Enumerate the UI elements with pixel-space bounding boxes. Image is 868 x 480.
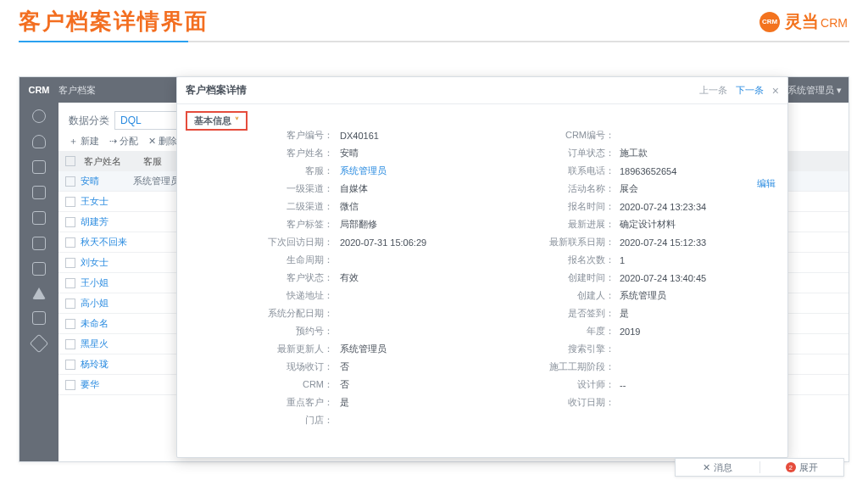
field-label2: 创建人： xyxy=(474,289,620,302)
app-logo: CRM xyxy=(19,85,58,95)
field-value2: 2019 xyxy=(620,327,787,337)
home2-icon[interactable] xyxy=(32,287,46,299)
field-label2: 订单状态： xyxy=(474,147,620,159)
checkbox[interactable] xyxy=(65,197,75,207)
cell-name[interactable]: 刘女士 xyxy=(81,256,133,269)
field-label: 一级渠道： xyxy=(177,182,338,195)
lock-icon[interactable] xyxy=(32,262,46,276)
field-label: 系统分配日期： xyxy=(177,307,338,320)
detail-row: CRM：否设计师：-- xyxy=(177,376,787,393)
cell-svc: 系统管理员 xyxy=(133,175,177,187)
detail-row: 系统分配日期：是否签到：是 xyxy=(177,304,787,322)
user-icon[interactable] xyxy=(32,135,46,148)
cell-name[interactable]: 秋天不回来 xyxy=(81,236,133,248)
new-button[interactable]: ＋ 新建 xyxy=(69,135,99,148)
field-label: CRM： xyxy=(177,378,338,391)
detail-row: 客户编号：DX40161CRM编号： xyxy=(177,126,787,144)
checkbox[interactable] xyxy=(65,360,75,370)
field-value2: 2020-07-24 15:12:33 xyxy=(620,237,787,248)
field-value2: 18963652654 xyxy=(620,166,787,176)
field-label2: 是否签到： xyxy=(474,307,620,320)
cell-name[interactable]: 王小姐 xyxy=(81,276,133,289)
next-button[interactable]: 下一条 xyxy=(736,84,764,97)
checkbox[interactable] xyxy=(65,299,75,309)
checkbox[interactable] xyxy=(65,237,75,248)
checkbox[interactable] xyxy=(65,176,75,187)
checkbox[interactable] xyxy=(65,380,75,390)
checkbox[interactable] xyxy=(65,339,75,349)
field-label2: 活动名称： xyxy=(474,182,620,195)
field-value: 微信 xyxy=(338,200,474,213)
close-icon[interactable]: × xyxy=(772,84,779,98)
field-label2: 设计师： xyxy=(474,378,620,391)
checkbox[interactable] xyxy=(65,258,75,268)
assign-button[interactable]: ⇢ 分配 xyxy=(109,135,138,148)
cell-name[interactable]: 未命名 xyxy=(81,317,133,330)
checkbox[interactable] xyxy=(65,278,75,288)
delete-button[interactable]: ✕ 删除 xyxy=(148,135,177,148)
field-label2: 报名次数： xyxy=(474,254,620,266)
field-value: 否 xyxy=(338,378,474,391)
brand-name: 灵当 xyxy=(785,12,819,31)
dock-bar[interactable]: ✕ 消息 2展开 xyxy=(675,458,844,477)
cell-name[interactable]: 胡建芳 xyxy=(81,215,133,228)
detail-modal: 客户档案详情 上一条 下一条 × 基本信息 编辑 客户编号：DX40161CRM… xyxy=(176,76,788,458)
checkbox[interactable] xyxy=(65,156,75,166)
dock-msg[interactable]: ✕ 消息 xyxy=(676,461,760,474)
cell-name[interactable]: 要华 xyxy=(81,378,133,391)
dock-expand[interactable]: 2展开 xyxy=(760,461,844,474)
badge: 2 xyxy=(786,462,796,472)
field-value2: 2020-07-24 13:40:45 xyxy=(620,273,787,283)
detail-row: 重点客户：是收订日期： xyxy=(177,393,787,411)
field-value: 是 xyxy=(338,396,474,409)
cell-name[interactable]: 黑星火 xyxy=(81,338,133,350)
field-label2: 收订日期： xyxy=(474,396,620,409)
modal-header: 客户档案详情 上一条 下一条 × xyxy=(177,77,787,104)
doc-icon[interactable] xyxy=(32,160,46,174)
brand-suffix: CRM xyxy=(821,16,848,30)
field-label: 现场收订： xyxy=(177,360,338,373)
folder-icon[interactable] xyxy=(32,186,46,199)
field-value2: -- xyxy=(620,380,787,390)
cell-name[interactable]: 高小姐 xyxy=(81,297,133,310)
field-value2: 1 xyxy=(620,255,787,265)
checkbox[interactable] xyxy=(65,319,75,329)
field-label: 重点客户： xyxy=(177,396,338,409)
phone-icon[interactable] xyxy=(32,311,46,325)
cell-name[interactable]: 安晴 xyxy=(81,175,133,187)
detail-row: 客户状态：有效创建时间：2020-07-24 13:40:45 xyxy=(177,269,787,287)
field-label: 客户姓名： xyxy=(177,147,338,159)
field-label2: 创建时间： xyxy=(474,271,620,284)
field-value: 否 xyxy=(338,360,474,373)
field-label2: 施工工期阶段： xyxy=(474,360,620,373)
chart-icon[interactable] xyxy=(32,211,46,225)
home-icon[interactable] xyxy=(32,109,46,123)
field-label: 生命周期： xyxy=(177,254,338,266)
field-value: 系统管理员 xyxy=(338,343,474,355)
field-value2: 是 xyxy=(620,307,787,320)
checkbox[interactable] xyxy=(65,217,75,227)
tool-icon[interactable] xyxy=(30,334,49,354)
th-name[interactable]: 客户姓名 xyxy=(81,155,140,168)
card-icon[interactable] xyxy=(32,237,46,250)
field-value: 有效 xyxy=(338,271,474,284)
cell-name[interactable]: 杨玲珑 xyxy=(81,358,133,371)
prev-button[interactable]: 上一条 xyxy=(699,84,727,97)
field-label: 客户编号： xyxy=(177,129,338,142)
breadcrumb[interactable]: 客户档案 xyxy=(58,84,96,97)
detail-row: 门店： xyxy=(177,411,787,429)
field-value: 安晴 xyxy=(338,147,474,159)
field-label: 快递地址： xyxy=(177,289,338,302)
field-value2: 2020-07-24 13:23:34 xyxy=(620,202,787,212)
cell-name[interactable]: 王女士 xyxy=(81,195,133,208)
field-label: 客户状态： xyxy=(177,271,338,284)
field-label2: 最新联系日期： xyxy=(474,236,620,248)
detail-row: 预约号：年度：2019 xyxy=(177,322,787,340)
detail-row: 下次回访日期：2020-07-31 15:06:29最新联系日期：2020-07… xyxy=(177,233,787,251)
detail-row: 客户姓名：安晴订单状态：施工款 xyxy=(177,144,787,162)
filter-label: 数据分类 xyxy=(69,114,109,128)
field-label: 最新更新人： xyxy=(177,343,338,355)
detail-row: 最新更新人：系统管理员搜索引擎： xyxy=(177,340,787,358)
field-label: 客服： xyxy=(177,165,338,177)
field-value: 系统管理员 xyxy=(338,165,474,177)
